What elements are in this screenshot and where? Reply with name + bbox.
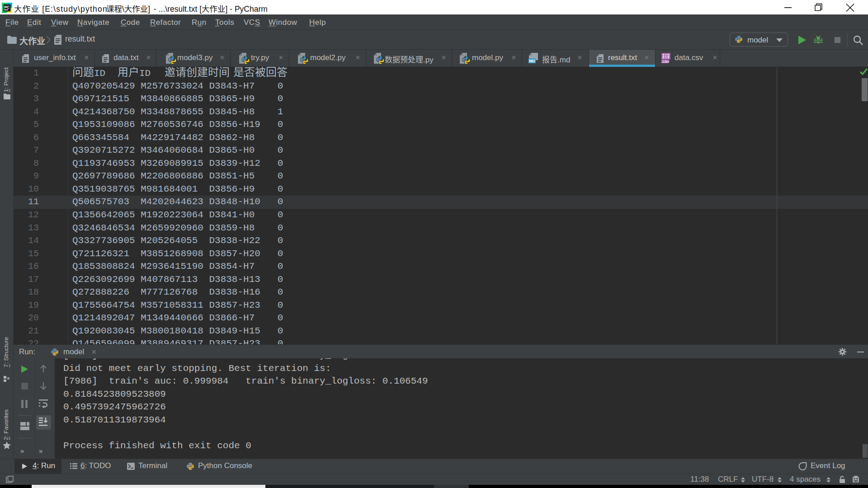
svg-text:PC: PC (4, 5, 9, 9)
